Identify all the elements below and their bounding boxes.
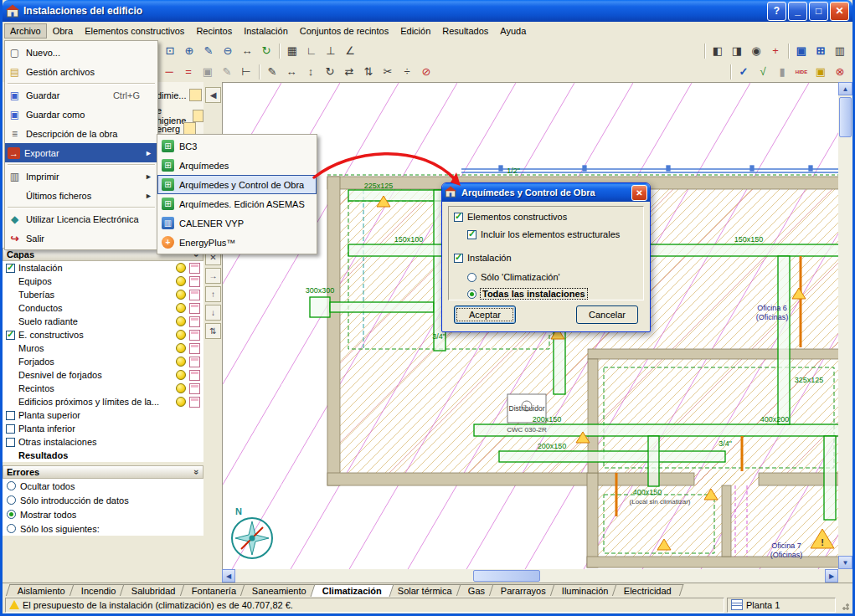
close-button[interactable]: ✕ <box>830 2 849 21</box>
submenu-item-arquimedes-y-control-de-obra[interactable]: ⊞ Arquímedes y Control de Obra <box>157 175 317 194</box>
layer-print-icon[interactable] <box>189 290 200 300</box>
menu-item-imprimir[interactable]: ▥ Imprimir► <box>5 167 157 186</box>
cancelar-button[interactable]: Cancelar <box>576 305 638 324</box>
pan-icon[interactable]: ↔ <box>238 43 256 59</box>
layer-print-icon[interactable] <box>189 383 200 394</box>
checkbox-elementos-constructivos[interactable]: Elementos constructivos <box>454 212 567 222</box>
tab-climatizacion[interactable]: Climatización <box>311 584 394 597</box>
vertical-scrollbar[interactable]: ▲ ▼ <box>838 82 852 569</box>
tile-windows-icon[interactable]: ⊞ <box>811 43 830 59</box>
layer-color-icon[interactable] <box>176 397 186 407</box>
menu-conjuntos-de-recintos[interactable]: Conjuntos de recintos <box>294 23 394 38</box>
zoom-out-icon[interactable]: ⊖ <box>219 43 237 59</box>
mirror-vertical-icon[interactable]: ⇅ <box>359 64 378 80</box>
clipboard-icon[interactable]: ▣ <box>198 64 217 80</box>
indent-layer-icon[interactable]: → <box>205 268 221 284</box>
layer-checkbox[interactable] <box>6 411 15 420</box>
zoom-in-icon[interactable]: ⊕ <box>180 43 198 59</box>
snap-perpendicular-icon[interactable]: ⊥ <box>322 43 340 59</box>
apply-check-icon[interactable]: ✓ <box>734 64 753 80</box>
screen-config-icon[interactable]: ▣ <box>792 43 811 59</box>
menu-item-salir[interactable]: ↪ Salir <box>5 228 157 248</box>
scroll-left-icon[interactable]: ◀ <box>222 569 235 583</box>
layer-checkbox[interactable] <box>6 331 15 340</box>
layer-row-otras-instalaciones[interactable]: Otras instalaciones <box>3 435 203 449</box>
radio-icon[interactable] <box>467 290 476 299</box>
horizontal-scroll-thumb[interactable] <box>473 570 540 582</box>
menu-item-ultimos-ficheros[interactable]: Últimos ficheros► <box>5 186 157 205</box>
submenu-item-arquimedes[interactable]: ⊞ Arquímedes <box>157 156 317 175</box>
tab-saneamiento[interactable]: Saneamiento <box>240 584 319 597</box>
chevron-down-icon[interactable]: » <box>192 470 202 475</box>
view-render-icon[interactable]: ◨ <box>728 43 746 59</box>
checkbox-icon[interactable] <box>454 254 463 263</box>
column-view-icon[interactable]: ▮ <box>773 64 791 80</box>
panel-item[interactable]: energ <box>157 122 196 135</box>
move-element-icon[interactable]: ↔ <box>282 64 301 80</box>
layer-print-icon[interactable] <box>189 330 200 341</box>
cancel-action-icon[interactable]: ⊗ <box>831 64 849 80</box>
cut-element-icon[interactable]: ✂ <box>379 64 397 80</box>
titlebar[interactable]: Instalaciones del edificio ? _ □ ✕ <box>3 0 852 22</box>
layer-row-instalacion[interactable]: Instalación <box>3 261 203 275</box>
menu-recintos[interactable]: Recintos <box>190 23 238 38</box>
radio-solo-climatizacion[interactable]: Sólo 'Climatización' <box>467 272 560 282</box>
layer-row-planta-superior[interactable]: Planta superior <box>3 408 203 422</box>
reorder-layers-icon[interactable]: ⇅ <box>205 323 221 339</box>
dimension-icon[interactable]: ⊢ <box>237 64 255 80</box>
dialog-close-button[interactable]: ✕ <box>631 185 647 201</box>
divide-element-icon[interactable]: ÷ <box>398 64 416 80</box>
layer-row-forjados[interactable]: Forjados <box>3 355 203 368</box>
menu-edicion[interactable]: Edición <box>394 23 436 38</box>
snap-corner-icon[interactable]: ∟ <box>302 43 321 59</box>
menu-item-nuevo[interactable]: ▢ Nuevo... <box>5 43 157 62</box>
tab-salubridad[interactable]: Salubridad <box>120 584 188 597</box>
snap-angle-icon[interactable]: ∠ <box>341 43 359 59</box>
menu-ayuda[interactable]: Ayuda <box>494 23 532 38</box>
mirror-horizontal-icon[interactable]: ⇄ <box>340 64 358 80</box>
export-dialog[interactable]: Arquímedes y Control de Obra ✕ Elementos… <box>441 182 651 332</box>
layer-color-icon[interactable] <box>176 357 186 367</box>
layer-color-icon[interactable] <box>176 330 186 340</box>
tab-electricidad[interactable]: Electricidad <box>612 584 684 597</box>
resize-grip[interactable] <box>838 599 850 611</box>
scroll-right-icon[interactable]: ▶ <box>825 569 838 583</box>
menu-instalacion[interactable]: Instalación <box>238 23 294 38</box>
layer-row-tuberias[interactable]: Tuberías <box>3 288 203 301</box>
layer-print-icon[interactable] <box>189 316 200 327</box>
panel-item[interactable]: dimie... <box>157 89 202 101</box>
zoom-edit-icon[interactable]: ✎ <box>199 43 218 59</box>
layer-row-muros[interactable]: Muros <box>3 341 203 355</box>
tab-solar-termica[interactable]: Solar térmica <box>386 584 465 597</box>
layer-color-icon[interactable] <box>176 383 186 393</box>
layer-color-icon[interactable] <box>176 303 186 313</box>
menu-item-exportar[interactable]: → Exportar► <box>5 143 157 162</box>
layer-print-icon[interactable] <box>189 263 200 274</box>
tab-fontaneria[interactable]: Fontanería <box>180 584 249 597</box>
layer-print-icon[interactable] <box>189 370 200 381</box>
plant-indicator[interactable]: Planta 1 <box>727 598 836 613</box>
layer-print-icon[interactable] <box>189 276 200 287</box>
menu-item-guardar-como[interactable]: ▣ Guardar como <box>5 105 157 124</box>
layer-print-icon[interactable] <box>189 357 200 367</box>
tab-pararrayos[interactable]: Pararrayos <box>489 584 559 597</box>
collapse-panel-icon[interactable]: ◀ <box>205 87 221 103</box>
maximize-button[interactable]: □ <box>809 2 828 21</box>
edit-element-icon[interactable]: ✎ <box>263 64 281 80</box>
checkbox-incluir-elementos-estructurales[interactable]: Incluir los elementos estructurales <box>467 229 620 239</box>
checkbox-icon[interactable] <box>454 213 463 222</box>
layer-color-icon[interactable] <box>176 263 186 273</box>
radio-icon[interactable] <box>7 481 16 490</box>
layer-row-planta-inferior[interactable]: Planta inferior <box>3 422 203 435</box>
menu-elementos-constructivos[interactable]: Elementos constructivos <box>79 23 190 38</box>
layer-row-recintos[interactable]: Recintos <box>3 382 203 395</box>
submenu-item-arquimedes-edicion-asemas[interactable]: ⊞ Arquímedes. Edición ASEMAS <box>157 194 317 213</box>
layer-color-icon[interactable] <box>176 370 186 380</box>
checkbox-icon[interactable] <box>467 230 476 239</box>
error-option-ocultar-todos[interactable]: Ocultar todos <box>3 479 203 493</box>
scroll-up-icon[interactable]: ▲ <box>838 82 852 95</box>
layer-row-equipos[interactable]: Equipos <box>3 275 203 288</box>
layer-color-icon[interactable] <box>176 343 186 353</box>
horizontal-scrollbar[interactable]: ◀ ▶ <box>222 569 838 583</box>
delete-element-icon[interactable]: ⊘ <box>417 64 435 80</box>
